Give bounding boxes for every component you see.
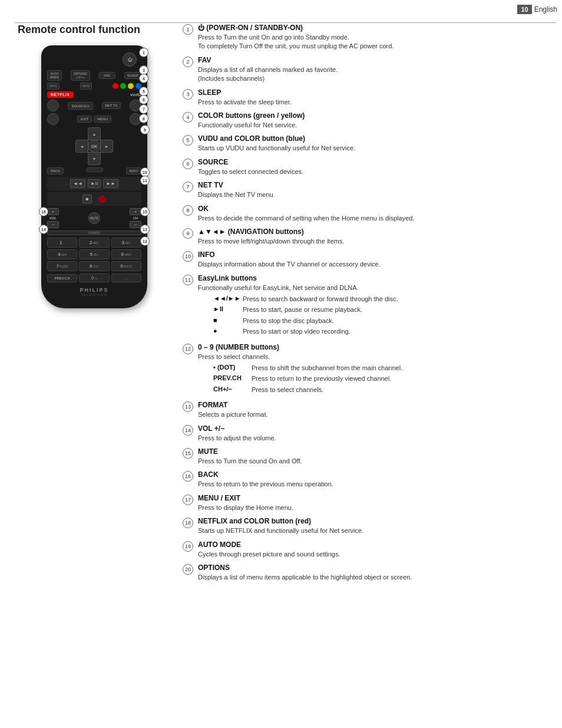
- num-0-button[interactable]: 0 ⇔: [79, 274, 109, 282]
- callout-13: 13: [140, 225, 150, 234]
- source-button[interactable]: SOURCE⊙: [68, 102, 93, 110]
- yellow-color-button[interactable]: [128, 83, 134, 89]
- func-item-7: 7NET TVDisplays the Net TV menu.: [183, 181, 550, 199]
- app2-button[interactable]: APP2: [80, 83, 92, 90]
- func-content-2: FAVDisplays a list of all channels marke…: [198, 56, 550, 84]
- num-4-button[interactable]: 4 GHI: [47, 249, 77, 259]
- func-num-9: 9: [183, 228, 193, 239]
- func-title-4: COLOR buttons (green / yellow): [198, 111, 550, 120]
- dpad-left[interactable]: ◄: [75, 140, 88, 153]
- options-button[interactable]: OPTIONSSTATUS: [71, 70, 90, 81]
- vol-up-button[interactable]: +: [47, 208, 59, 215]
- stop-button[interactable]: ■: [82, 195, 92, 203]
- red-color-button[interactable]: [113, 83, 118, 89]
- func-sub-desc: Press to start or stop video recording.: [243, 327, 351, 336]
- dpad-down[interactable]: ▼: [88, 152, 101, 165]
- prev-ch-button[interactable]: PREV.CH: [47, 274, 77, 282]
- func-sub-icon: ●: [213, 327, 243, 334]
- func-sub-icon: ■: [213, 317, 243, 324]
- ch-down-button[interactable]: −: [130, 221, 141, 228]
- record-button[interactable]: [99, 196, 106, 203]
- func-desc-4: Functionally useful for Net service.: [198, 121, 550, 130]
- back-small-button[interactable]: [47, 100, 59, 111]
- func-item-4: 4COLOR buttons (green / yellow)Functiona…: [183, 111, 550, 130]
- callout-1: 1: [139, 48, 148, 57]
- auto-mode-button[interactable]: AUTOMODE: [47, 70, 62, 81]
- remote-control-graphic: 1 ⏻ 2 AUTOMODE OPTIONSSTATUS FAV SLEEP 3…: [41, 45, 147, 308]
- func-sub-icon: ►II: [213, 305, 243, 312]
- func-desc-8: Press to decide the command of setting w…: [198, 214, 550, 223]
- func-desc-11: Functionally useful for EasyLink, Net se…: [198, 284, 550, 292]
- left-column: Remote control function 1 ⏻ 2 AUTOMODE O…: [18, 24, 171, 308]
- back-button[interactable]: BACK: [47, 167, 64, 174]
- num-6-button[interactable]: 6 MNO: [111, 249, 141, 259]
- callout-7: 7: [139, 104, 148, 114]
- num-5-button[interactable]: 5 JKL: [79, 249, 109, 259]
- color-buttons: [113, 83, 141, 89]
- func-num-19: 19: [183, 541, 193, 552]
- func-sub-row: ■Press to stop the disc playback.: [213, 317, 550, 325]
- dot-button[interactable]: .: [111, 274, 141, 282]
- func-item-3: 3SLEEPPress to activate the sleep timer.: [183, 88, 550, 107]
- exit-button[interactable]: EXIT: [77, 116, 92, 123]
- info-button[interactable]: INFO: [126, 167, 141, 174]
- func-item-17: 17MENU / EXITPress to display the Home m…: [183, 494, 550, 512]
- num-9-button[interactable]: 9 WXYZ: [111, 261, 141, 271]
- play-pause-button[interactable]: ►II: [88, 179, 101, 188]
- app1-button[interactable]: APP1: [47, 83, 59, 90]
- format-bar[interactable]: FORMAT: [47, 230, 141, 235]
- num-8-button[interactable]: 8 TUV: [79, 261, 109, 271]
- func-content-10: INFODisplays information about the TV ch…: [198, 251, 550, 269]
- callout-8: 8: [139, 114, 148, 123]
- ch-up-button[interactable]: +: [130, 208, 141, 215]
- page-title: Remote control function: [18, 24, 171, 36]
- func-sub-desc: Press to shift the subchannel from the m…: [252, 364, 402, 373]
- func-content-4: COLOR buttons (green / yellow)Functional…: [198, 111, 550, 130]
- func-desc-16: Press to return to the previous menu ope…: [198, 480, 550, 489]
- func-num-6: 6: [183, 159, 193, 169]
- num-2-button[interactable]: 2 ABC: [79, 238, 109, 248]
- netflix-button[interactable]: NETFLIX: [47, 91, 74, 98]
- fast-forward-button[interactable]: ►►: [103, 179, 118, 188]
- func-title-5: VUDU and COLOR button (blue): [198, 134, 550, 143]
- nettv-button[interactable]: NET TV: [102, 102, 120, 109]
- dpad-right[interactable]: ►: [100, 140, 113, 153]
- func-item-14: 14VOL +/−Press to adjust the volume.: [183, 424, 550, 443]
- func-num-7: 7: [183, 182, 193, 192]
- func-title-13: FORMAT: [198, 401, 550, 409]
- func-num-17: 17: [183, 495, 193, 505]
- func-sub-row: ►IIPress to start, pause or resume playb…: [213, 305, 550, 314]
- func-content-7: NET TVDisplays the Net TV menu.: [198, 181, 550, 199]
- vol-down-button[interactable]: −: [47, 221, 59, 228]
- round-btn-l2[interactable]: [47, 113, 59, 125]
- func-desc-5: Starts up VUDU and functionally useful f…: [198, 144, 550, 153]
- func-title-16: BACK: [198, 470, 550, 479]
- num-7-button[interactable]: 7 PQRS: [47, 261, 77, 271]
- func-item-6: 6SOURCEToggles to select connected devic…: [183, 158, 550, 176]
- fav-button[interactable]: FAV: [99, 72, 115, 79]
- func-sub-row: • (DOT)Press to shift the subchannel fro…: [213, 364, 550, 373]
- dpad[interactable]: ▲ ▼ ◄ ► OK: [75, 127, 113, 165]
- func-content-18: NETFLIX and COLOR button (red)Starts up …: [198, 517, 550, 535]
- func-sub-desc: Press to select channels.: [252, 386, 323, 394]
- mute-button[interactable]: MUTE: [88, 212, 100, 224]
- power-icon: ⏻: [127, 57, 132, 62]
- power-button[interactable]: ⏻: [123, 52, 137, 67]
- func-item-8: 8OKPress to decide the command of settin…: [183, 205, 550, 223]
- function-list: 1⏻ (POWER-ON / STANDBY-ON)Press to Turn …: [183, 24, 550, 582]
- func-content-20: OPTIONSDisplays a list of menu items app…: [198, 564, 550, 582]
- func-item-5: 5VUDU and COLOR button (blue)Starts up V…: [183, 134, 550, 153]
- dpad-ok[interactable]: OK: [88, 140, 101, 153]
- func-num-11: 11: [183, 275, 193, 285]
- menu-button[interactable]: MENU: [94, 116, 111, 123]
- func-num-20: 20: [183, 564, 193, 575]
- func-num-8: 8: [183, 205, 193, 216]
- num-3-button[interactable]: 3 DEF: [111, 238, 141, 248]
- green-color-button[interactable]: [120, 83, 126, 89]
- func-desc-3: Press to activate the sleep timer.: [198, 98, 550, 107]
- func-desc-12: Press to select channels.: [198, 353, 550, 361]
- rewind-button[interactable]: ◄◄: [70, 179, 85, 188]
- func-item-20: 20OPTIONSDisplays a list of menu items a…: [183, 564, 550, 582]
- num-1-button[interactable]: 1 _: [47, 238, 77, 248]
- dpad-up[interactable]: ▲: [88, 127, 101, 140]
